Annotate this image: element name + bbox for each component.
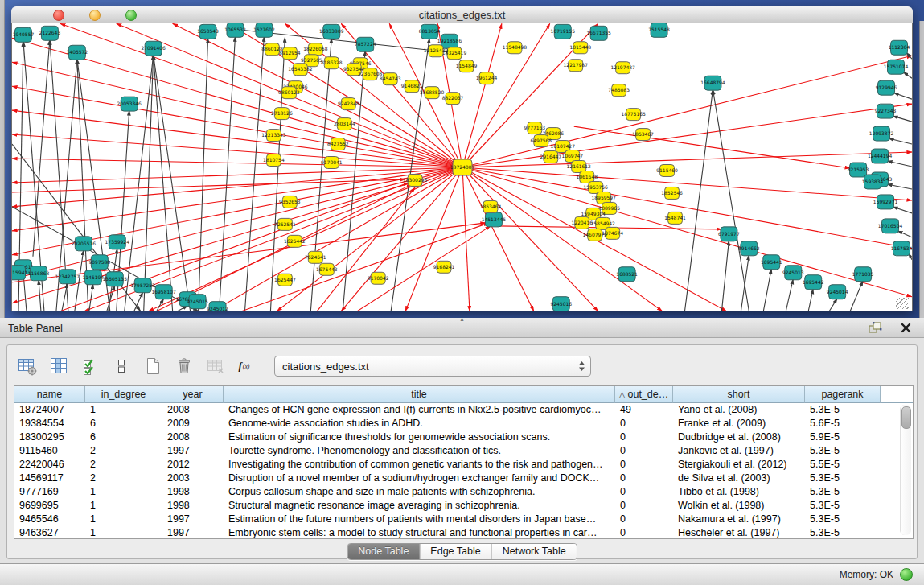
table-row[interactable]: 1830029562008Estimation of significance … — [14, 431, 913, 444]
cell-year[interactable]: 2008 — [162, 431, 224, 444]
cell-year[interactable]: 2009 — [162, 417, 224, 431]
vertical-scrollbar[interactable] — [900, 405, 911, 535]
column-header-title[interactable]: title — [224, 386, 615, 403]
stacked-rows-icon[interactable] — [111, 356, 132, 377]
cell-pagerank[interactable]: 5.3E-5 — [805, 499, 881, 513]
cell-name[interactable]: 19384554 — [14, 417, 85, 431]
cell-in_degree[interactable]: 6 — [85, 431, 162, 444]
graph-edge[interactable] — [154, 55, 191, 311]
resize-grip-icon[interactable] — [896, 298, 909, 309]
cell-year[interactable]: 2012 — [162, 458, 224, 472]
table-row[interactable]: 1938455462009Genome-wide association stu… — [14, 417, 913, 431]
cell-short[interactable]: Stergiakouli et al. (2012) — [673, 458, 805, 472]
cell-out_degree[interactable]: 0 — [615, 472, 673, 485]
table-row[interactable]: 1872400712008Changes of HCN gene express… — [14, 403, 913, 417]
cell-in_degree[interactable]: 2 — [85, 458, 162, 472]
cell-out_degree[interactable]: 0 — [615, 431, 673, 444]
graph-edge[interactable] — [462, 167, 912, 297]
cell-title[interactable]: Corpus callosum shape and size in male p… — [224, 485, 615, 499]
graph-edge[interactable] — [12, 167, 462, 279]
graph-edge[interactable] — [808, 289, 813, 311]
table-row[interactable]: 969969511998Structural magnetic resonanc… — [14, 499, 913, 513]
cell-pagerank[interactable]: 5.3E-5 — [805, 444, 881, 458]
cell-short[interactable]: Yano et al. (2008) — [673, 403, 805, 417]
citation-network-graph[interactable]: 1940557212264314055722709140616505431065… — [12, 23, 912, 311]
column-header-short[interactable]: short — [673, 386, 805, 403]
cell-in_degree[interactable]: 2 — [85, 472, 162, 485]
table-row[interactable]: 2242004622012Investigating the contribut… — [14, 458, 913, 472]
cell-out_degree[interactable]: 0 — [615, 526, 673, 539]
cell-short[interactable]: Franke et al. (2009) — [673, 417, 805, 431]
cell-name[interactable]: 18724007 — [14, 403, 85, 417]
cell-pagerank[interactable]: 5.3E-5 — [805, 485, 881, 499]
cell-pagerank[interactable]: 5.3E-5 — [805, 526, 881, 539]
split-divider-handle[interactable]: ▴ — [460, 317, 463, 322]
graph-edge[interactable] — [12, 167, 462, 207]
cell-in_degree[interactable]: 6 — [85, 417, 162, 431]
close-window-button[interactable] — [53, 10, 64, 21]
network-canvas[interactable]: 1940557212264314055722709140616505431065… — [11, 23, 913, 311]
cell-title[interactable]: Genome-wide association studies in ADHD. — [224, 417, 615, 431]
table-select-dropdown[interactable]: citations_edges.txt — [274, 356, 591, 377]
cell-in_degree[interactable]: 1 — [85, 485, 162, 499]
graph-edge[interactable] — [462, 167, 534, 311]
graph-edge[interactable] — [220, 36, 236, 311]
graph-edge[interactable] — [462, 167, 912, 200]
cell-title[interactable]: Disruption of a novel member of a sodium… — [224, 472, 615, 485]
column-header-name[interactable]: name — [14, 386, 85, 403]
cell-name[interactable]: 22420046 — [14, 458, 85, 472]
cell-in_degree[interactable]: 2 — [85, 444, 162, 458]
table-settings-icon[interactable] — [17, 356, 38, 377]
cell-pagerank[interactable]: 5.9E-5 — [805, 431, 881, 444]
column-header-year[interactable]: year — [162, 386, 224, 403]
graph-edge[interactable] — [462, 167, 598, 311]
graph-edge[interactable] — [12, 167, 462, 231]
function-builder-icon[interactable]: f (x) — [236, 356, 257, 377]
zoom-window-button[interactable] — [125, 10, 137, 21]
cell-short[interactable]: Dudbridge et al. (2008) — [673, 431, 805, 444]
cell-in_degree[interactable]: 1 — [85, 526, 162, 539]
cell-pagerank[interactable]: 5.5E-5 — [805, 458, 881, 472]
graph-edge[interactable] — [903, 72, 912, 78]
cell-title[interactable]: Estimation of the future numbers of pati… — [224, 513, 615, 526]
graph-edge[interactable] — [462, 152, 912, 167]
cell-name[interactable]: 9115460 — [14, 444, 85, 458]
tab-edge-table[interactable]: Edge Table — [420, 544, 491, 559]
graph-edge[interactable] — [893, 93, 912, 99]
graph-edge[interactable] — [889, 138, 912, 144]
cell-name[interactable]: 9463627 — [14, 526, 85, 539]
graph-edge[interactable] — [713, 89, 749, 311]
delete-column-trash-icon[interactable] — [174, 356, 195, 377]
cell-out_degree[interactable]: 0 — [615, 513, 673, 526]
column-header-out_degree[interactable]: △out_de… — [615, 386, 673, 403]
cell-pagerank[interactable]: 5.3E-5 — [805, 472, 881, 485]
new-column-icon[interactable] — [142, 356, 163, 377]
graph-edge[interactable] — [685, 89, 713, 311]
graph-edge[interactable] — [89, 284, 93, 311]
table-panel-titlebar[interactable]: ▴ Table Panel — [0, 318, 924, 338]
cell-name[interactable]: 9465546 — [14, 513, 85, 526]
minimize-window-button[interactable] — [89, 10, 101, 21]
cell-short[interactable]: Tibbo et al. (1998) — [673, 485, 805, 499]
table-row[interactable]: 946554611997Estimation of the future num… — [14, 513, 913, 526]
cell-title[interactable]: Tourette syndrome. Phenomenology and cla… — [224, 444, 615, 458]
cell-name[interactable]: 18300295 — [14, 431, 85, 444]
tab-network-table[interactable]: Network Table — [492, 544, 577, 559]
cell-out_degree[interactable]: 49 — [615, 403, 673, 417]
cell-year[interactable]: 1998 — [162, 485, 224, 499]
graph-edge[interactable] — [317, 187, 415, 311]
graph-edge[interactable] — [462, 104, 912, 167]
cell-in_degree[interactable]: 1 — [85, 513, 162, 526]
graph-edge[interactable] — [887, 161, 912, 167]
cell-name[interactable]: 9777169 — [14, 485, 85, 499]
graph-edge[interactable] — [786, 279, 793, 311]
graph-edge[interactable] — [763, 269, 771, 311]
graph-edge[interactable] — [462, 23, 502, 167]
graph-edge[interactable] — [125, 55, 154, 311]
cell-year[interactable]: 1998 — [162, 499, 224, 513]
column-header-in_degree[interactable]: in_degree — [85, 386, 162, 403]
graph-edge[interactable] — [721, 241, 729, 311]
cell-short[interactable]: Nakamura et al. (1997) — [673, 513, 805, 526]
cell-title[interactable]: Structural magnetic resonance image aver… — [224, 499, 615, 513]
graph-edge[interactable] — [887, 184, 912, 189]
